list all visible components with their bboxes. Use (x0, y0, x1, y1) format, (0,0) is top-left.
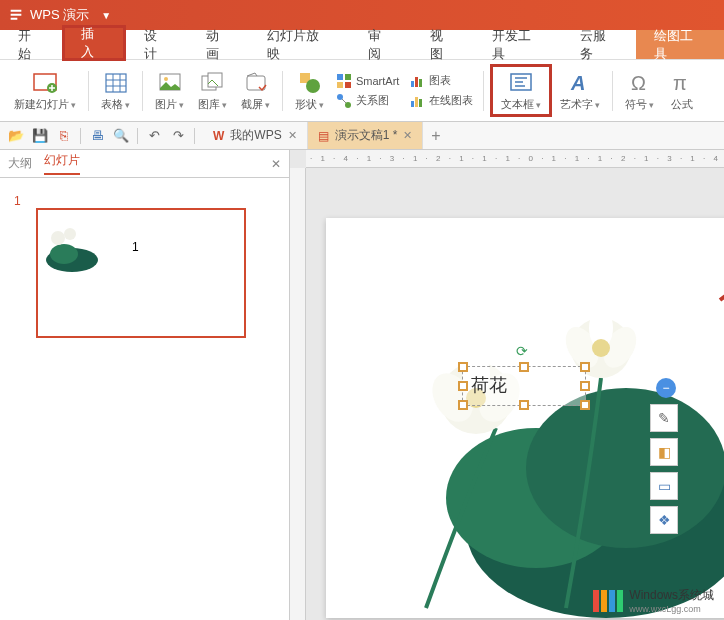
preview-icon[interactable]: 🔍 (113, 128, 129, 144)
arrange-tool-icon[interactable]: ❖ (650, 506, 678, 534)
svg-rect-10 (337, 74, 343, 80)
ribbon: 新建幻灯片▾ 表格▾ 图片▾ 图库▾ 截屏▾ 形状▾ SmartArt 关系图 … (0, 60, 724, 122)
vertical-ruler (290, 168, 306, 620)
picture-icon (156, 69, 184, 97)
caret-icon: ▾ (265, 100, 270, 110)
textbox-highlight-box: 文本框▾ (490, 64, 552, 117)
ribbon-shapes-label: 形状 (295, 97, 317, 112)
app-menu-dropdown-icon[interactable]: ▼ (101, 10, 111, 21)
svg-text:π: π (673, 72, 687, 94)
menu-devtools[interactable]: 开发工具 (474, 30, 562, 59)
presentation-tab-icon: ▤ (318, 129, 329, 143)
ribbon-gallery[interactable]: 图库▾ (192, 64, 233, 117)
panel-tab-outline[interactable]: 大纲 (8, 155, 32, 172)
fill-tool-icon[interactable]: ◧ (650, 438, 678, 466)
tab-doc1[interactable]: ▤ 演示文稿1 * ✕ (308, 122, 424, 149)
ribbon-onlinechart[interactable]: 在线图表 (409, 93, 473, 109)
svg-point-4 (164, 77, 168, 81)
lotus-thumb-image (42, 222, 102, 272)
menu-review[interactable]: 审阅 (350, 30, 412, 59)
resize-handle[interactable] (458, 400, 468, 410)
watermark-logo-icon (593, 590, 623, 612)
textbox-text[interactable]: 荷花 (463, 367, 585, 403)
menu-design[interactable]: 设计 (126, 30, 188, 59)
tab-wps-home-label: 我的WPS (230, 127, 281, 144)
menu-view[interactable]: 视图 (412, 30, 474, 59)
caret-icon: ▾ (222, 100, 227, 110)
ribbon-smartart[interactable]: SmartArt (336, 73, 399, 89)
close-icon[interactable]: ✕ (288, 129, 297, 142)
undo-icon[interactable]: ↶ (146, 128, 162, 144)
edit-tool-icon[interactable]: ✎ (650, 404, 678, 432)
caret-icon: ▾ (649, 100, 654, 110)
svg-rect-6 (208, 73, 222, 87)
delete-shape-icon[interactable]: − (656, 378, 676, 398)
menu-start[interactable]: 开始 (0, 30, 62, 59)
svg-rect-21 (419, 99, 422, 107)
ribbon-picture[interactable]: 图片▾ (149, 64, 190, 117)
ribbon-relation[interactable]: 关系图 (336, 93, 399, 109)
ribbon-wordart-label: 艺术字 (560, 97, 593, 112)
ribbon-textbox[interactable]: 文本框▾ (495, 69, 547, 112)
resize-handle[interactable] (458, 362, 468, 372)
shapes-icon (296, 69, 324, 97)
symbol-icon: Ω (626, 69, 654, 97)
resize-handle[interactable] (458, 381, 468, 391)
ribbon-separator (88, 71, 89, 111)
svg-rect-17 (415, 77, 418, 87)
menu-drawtools[interactable]: 绘图工具 (636, 30, 724, 59)
save-icon[interactable]: 💾 (32, 128, 48, 144)
resize-handle[interactable] (580, 400, 590, 410)
menu-insert[interactable]: 插入 (62, 25, 126, 61)
resize-handle[interactable] (580, 362, 590, 372)
menu-animation[interactable]: 动画 (188, 30, 250, 59)
menu-cloud[interactable]: 云服务 (562, 30, 637, 59)
qat-separator (137, 128, 138, 144)
ribbon-onlinechart-label: 在线图表 (429, 93, 473, 108)
caret-icon: ▾ (595, 100, 600, 110)
panel-tab-slides[interactable]: 幻灯片 (44, 152, 80, 175)
main-area: 大纲 幻灯片 ✕ 1 1 · 1 · 4 · 1 · 3 · 1 · 2 · 1… (0, 150, 724, 620)
caret-icon: ▾ (536, 100, 541, 110)
resize-handle[interactable] (519, 400, 529, 410)
resize-handle[interactable] (580, 381, 590, 391)
qat-separator (194, 128, 195, 144)
new-tab-button[interactable]: + (423, 127, 448, 145)
ribbon-table-label: 表格 (101, 97, 123, 112)
svg-text:Ω: Ω (631, 72, 646, 94)
ribbon-chart[interactable]: 图表 (409, 73, 473, 89)
print-icon[interactable]: 🖶 (89, 128, 105, 144)
ribbon-screenshot[interactable]: 截屏▾ (235, 64, 276, 117)
textbox-selected[interactable]: ⟳ 荷花 (462, 366, 586, 406)
qat-separator (80, 128, 81, 144)
ribbon-wordart[interactable]: A 艺术字▾ (554, 64, 606, 117)
wordart-icon: A (566, 69, 594, 97)
rotate-handle-icon[interactable]: ⟳ (516, 343, 532, 359)
canvas-area: · 1 · 4 · 1 · 3 · 1 · 2 · 1 · 1 · 1 · 0 … (290, 150, 724, 620)
ribbon-table[interactable]: 表格▾ (95, 64, 136, 117)
wps-tab-icon: W (213, 129, 224, 143)
redo-icon[interactable]: ↷ (170, 128, 186, 144)
panel-close-icon[interactable]: ✕ (271, 157, 281, 171)
svg-point-9 (306, 79, 320, 93)
caret-icon: ▾ (71, 100, 76, 110)
caret-icon: ▾ (319, 100, 324, 110)
app-logo: WPS 演示 ▼ (8, 6, 111, 24)
ribbon-symbol[interactable]: Ω 符号▾ (619, 64, 660, 117)
ribbon-shapes[interactable]: 形状▾ (289, 64, 330, 117)
close-icon[interactable]: ✕ (403, 129, 412, 142)
online-chart-icon (409, 93, 425, 109)
export-icon[interactable]: ⎘ (56, 128, 72, 144)
tab-wps-home[interactable]: W 我的WPS ✕ (203, 122, 308, 149)
svg-rect-13 (345, 82, 351, 88)
resize-handle[interactable] (519, 362, 529, 372)
open-icon[interactable]: 📂 (8, 128, 24, 144)
ribbon-new-slide[interactable]: 新建幻灯片▾ (8, 64, 82, 117)
ribbon-equation[interactable]: π 公式 (662, 64, 702, 117)
slide-thumbnail-1[interactable]: 1 (36, 208, 246, 338)
menu-slideshow[interactable]: 幻灯片放映 (249, 30, 350, 59)
ribbon-separator (142, 71, 143, 111)
outline-tool-icon[interactable]: ▭ (650, 472, 678, 500)
caret-icon: ▾ (125, 100, 130, 110)
new-slide-icon (31, 69, 59, 97)
